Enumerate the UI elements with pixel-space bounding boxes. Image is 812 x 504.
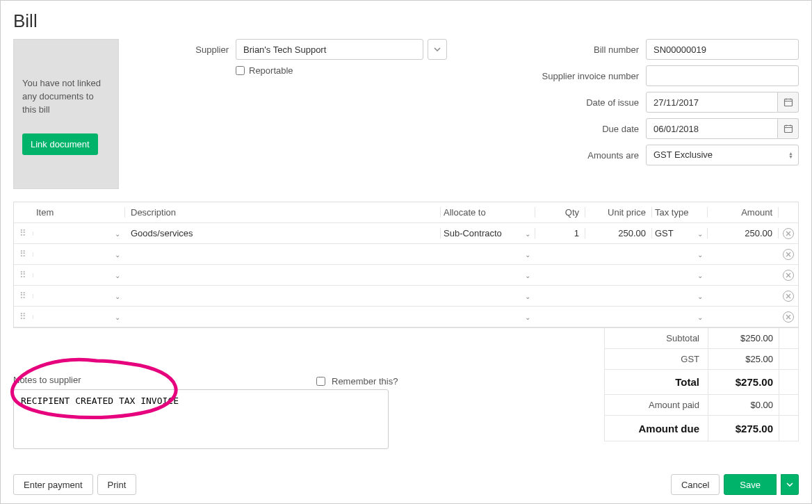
chevron-down-icon[interactable]: ⌄ bbox=[525, 313, 530, 320]
due-date-input[interactable] bbox=[646, 118, 778, 139]
total-label: Total bbox=[605, 376, 708, 388]
delete-row-button[interactable] bbox=[783, 311, 794, 323]
col-header-qty: Qty bbox=[535, 207, 585, 218]
enter-payment-button[interactable]: Enter payment bbox=[13, 474, 93, 495]
chevron-down-icon[interactable]: ⌄ bbox=[697, 229, 703, 237]
chevron-down-icon[interactable]: ⌄ bbox=[525, 229, 530, 237]
date-of-issue-picker-button[interactable] bbox=[778, 92, 799, 113]
drag-handle-icon[interactable]: ⠿ bbox=[19, 294, 27, 298]
line-items-grid: Item Description Allocate to Qty Unit pr… bbox=[13, 202, 799, 328]
totals-panel: Subtotal $250.00 GST $25.00 Total $275.0… bbox=[604, 328, 799, 441]
drag-handle-icon[interactable]: ⠿ bbox=[19, 315, 27, 319]
chevron-down-icon[interactable]: ⌄ bbox=[697, 250, 703, 258]
table-row: ⠿⌄⌄⌄ bbox=[14, 265, 798, 286]
col-header-amount: Amount bbox=[708, 207, 779, 218]
cancel-button[interactable]: Cancel bbox=[671, 474, 720, 495]
reportable-label: Reportable bbox=[249, 65, 293, 76]
chevron-down-icon[interactable]: ⌄ bbox=[697, 313, 703, 320]
date-of-issue-input[interactable] bbox=[646, 92, 778, 113]
gst-value: $25.00 bbox=[708, 349, 779, 369]
unit-price-cell[interactable]: 250.00 bbox=[585, 228, 652, 238]
no-documents-message: You have not linked any documents to thi… bbox=[22, 77, 110, 117]
amounts-are-label: Amounts are bbox=[514, 150, 639, 161]
col-header-unit-price: Unit price bbox=[585, 207, 652, 218]
calendar-icon bbox=[783, 124, 793, 133]
save-dropdown-button[interactable] bbox=[781, 474, 799, 495]
close-icon bbox=[786, 293, 791, 299]
chevron-down-icon[interactable]: ⌄ bbox=[697, 271, 703, 279]
delete-row-button[interactable] bbox=[783, 228, 794, 239]
svg-rect-0 bbox=[784, 99, 792, 106]
table-row: ⠿⌄Goods/servicesSub-Contracto⌄1250.00GST… bbox=[14, 223, 798, 244]
chevron-down-icon[interactable]: ⌄ bbox=[525, 271, 530, 279]
col-header-tax-type: Tax type bbox=[652, 207, 708, 218]
due-date-label: Due date bbox=[514, 124, 639, 134]
chevron-down-icon bbox=[786, 482, 793, 487]
document-link-panel: You have not linked any documents to thi… bbox=[13, 39, 119, 189]
chevron-down-icon[interactable]: ⌄ bbox=[115, 292, 120, 300]
amount-cell[interactable]: 250.00 bbox=[708, 228, 779, 238]
chevron-down-icon[interactable]: ⌄ bbox=[115, 250, 120, 258]
bill-number-label: Bill number bbox=[514, 44, 639, 55]
delete-row-button[interactable] bbox=[783, 270, 794, 281]
close-icon bbox=[786, 314, 791, 320]
col-header-description: Description bbox=[125, 207, 441, 218]
print-button[interactable]: Print bbox=[97, 474, 137, 495]
col-header-allocate-to: Allocate to bbox=[441, 207, 535, 218]
chevron-down-icon[interactable]: ⌄ bbox=[115, 229, 120, 237]
chevron-down-icon bbox=[434, 47, 441, 51]
chevron-down-icon[interactable]: ⌄ bbox=[697, 292, 703, 300]
qty-cell[interactable]: 1 bbox=[535, 228, 585, 238]
drag-handle-icon[interactable]: ⠿ bbox=[19, 231, 27, 236]
tax-type-cell[interactable]: GST⌄ bbox=[652, 228, 708, 238]
drag-handle-icon[interactable]: ⠿ bbox=[19, 273, 27, 277]
supplier-invoice-number-input[interactable] bbox=[646, 65, 799, 86]
chevron-down-icon[interactable]: ⌄ bbox=[115, 313, 120, 320]
save-button[interactable]: Save bbox=[724, 474, 777, 495]
amounts-are-select[interactable]: GST Exclusive ▲▼ bbox=[646, 145, 799, 165]
due-date-picker-button[interactable] bbox=[778, 118, 799, 139]
col-header-item: Item bbox=[33, 207, 125, 218]
supplier-invoice-number-label: Supplier invoice number bbox=[514, 71, 639, 81]
close-icon bbox=[786, 231, 791, 236]
link-document-button[interactable]: Link document bbox=[22, 133, 98, 155]
supplier-input[interactable] bbox=[236, 39, 423, 60]
table-row: ⠿⌄⌄⌄ bbox=[14, 307, 798, 327]
date-of-issue-label: Date of issue bbox=[514, 97, 639, 108]
table-row: ⠿⌄⌄⌄ bbox=[14, 244, 798, 265]
notes-to-supplier-input[interactable] bbox=[13, 389, 389, 449]
subtotal-value: $250.00 bbox=[708, 328, 779, 348]
bill-number-input[interactable] bbox=[646, 39, 799, 60]
page-title: Bill bbox=[13, 10, 799, 32]
delete-row-button[interactable] bbox=[783, 291, 794, 302]
drag-handle-icon[interactable]: ⠿ bbox=[19, 252, 27, 257]
description-cell[interactable]: Goods/services bbox=[125, 228, 441, 238]
chevron-down-icon[interactable]: ⌄ bbox=[115, 271, 120, 279]
supplier-dropdown-button[interactable] bbox=[428, 39, 447, 60]
select-caret-icon: ▲▼ bbox=[788, 152, 793, 158]
amount-due-label: Amount due bbox=[605, 423, 708, 434]
allocate-to-cell[interactable]: Sub-Contracto⌄ bbox=[441, 228, 535, 238]
close-icon bbox=[786, 273, 791, 278]
supplier-label: Supplier bbox=[131, 44, 229, 55]
calendar-icon bbox=[783, 97, 793, 107]
amount-paid-label: Amount paid bbox=[605, 400, 708, 410]
chevron-down-icon[interactable]: ⌄ bbox=[525, 292, 530, 300]
gst-label: GST bbox=[605, 354, 708, 364]
chevron-down-icon[interactable]: ⌄ bbox=[525, 250, 530, 258]
total-value: $275.00 bbox=[708, 370, 779, 394]
amount-paid-value: $0.00 bbox=[708, 395, 779, 415]
table-row: ⠿⌄⌄⌄ bbox=[14, 286, 798, 307]
subtotal-label: Subtotal bbox=[605, 333, 708, 343]
svg-rect-1 bbox=[784, 126, 792, 133]
remember-this-label: Remember this? bbox=[332, 376, 398, 387]
amount-due-value: $275.00 bbox=[708, 416, 779, 441]
remember-this-checkbox[interactable] bbox=[316, 377, 325, 386]
delete-row-button[interactable] bbox=[783, 249, 794, 260]
reportable-checkbox[interactable] bbox=[236, 66, 245, 75]
close-icon bbox=[786, 252, 791, 257]
